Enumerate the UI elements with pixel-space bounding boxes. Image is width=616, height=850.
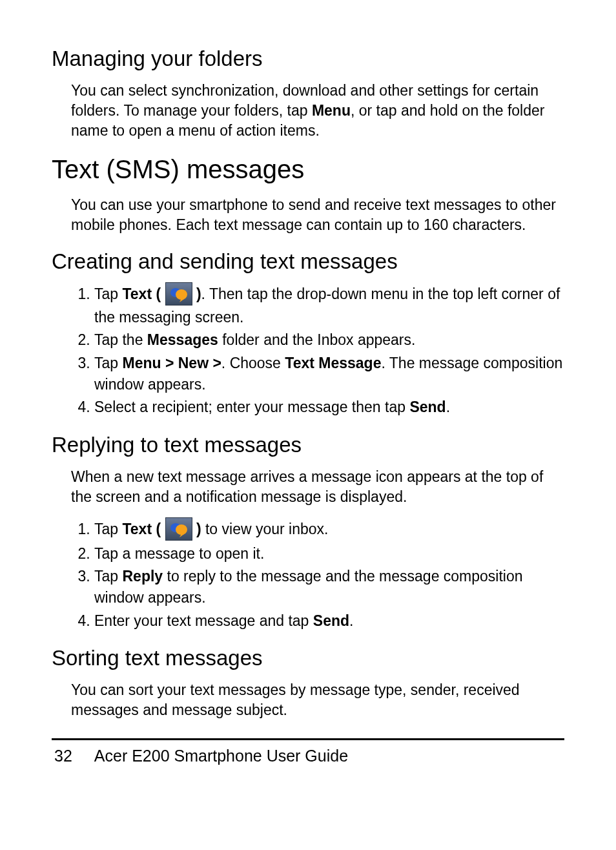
bold-menu: Menu — [312, 102, 351, 119]
footer-divider — [52, 738, 564, 740]
text: folder and the Inbox appears. — [218, 331, 416, 348]
list-item: Enter your text message and tap Send. — [94, 610, 564, 632]
bold-text: ) — [192, 285, 201, 302]
text: Tap — [94, 355, 122, 371]
bold-messages: Messages — [147, 331, 218, 348]
para-managing-folders: You can select synchronization, download… — [71, 81, 564, 141]
heading-sms-messages: Text (SMS) messages — [52, 152, 564, 186]
heading-sorting: Sorting text messages — [52, 645, 564, 672]
text: Tap — [94, 285, 122, 302]
heading-managing-folders: Managing your folders — [52, 45, 564, 73]
heading-creating-sending: Creating and sending text messages — [52, 248, 564, 276]
bold-text: Text ( — [122, 521, 165, 537]
list-item: Tap Menu > New >. Choose Text Message. T… — [94, 353, 564, 396]
text: Enter your text message and tap — [94, 612, 313, 629]
text: to view your inbox. — [201, 521, 329, 537]
svg-point-3 — [176, 524, 187, 535]
bold-send: Send — [409, 399, 446, 415]
text-app-icon — [165, 282, 192, 306]
bold-send: Send — [313, 612, 349, 629]
list-item: Tap Reply to reply to the message and th… — [94, 566, 564, 609]
text: . — [349, 612, 353, 629]
text: Tap the — [94, 331, 147, 348]
svg-point-1 — [176, 289, 187, 300]
heading-replying: Replying to text messages — [52, 431, 564, 459]
steps-creating: Tap Text ( ). Then tap the drop-down men… — [71, 284, 564, 419]
text-app-icon — [165, 517, 192, 541]
list-item: Tap the Messages folder and the Inbox ap… — [94, 329, 564, 351]
steps-replying: Tap Text ( ) to view your inbox. Tap a m… — [71, 519, 564, 632]
bold-text: Text ( — [122, 285, 165, 302]
para-sms-intro: You can use your smartphone to send and … — [71, 195, 564, 235]
footer-title: Acer E200 Smartphone User Guide — [94, 747, 348, 765]
bold-menu-new: Menu > New > — [122, 355, 221, 371]
text: . — [446, 399, 450, 415]
text: Select a recipient; enter your message t… — [94, 399, 409, 415]
para-sorting: You can sort your text messages by messa… — [71, 680, 564, 720]
text: . Choose — [221, 355, 285, 371]
list-item: Tap Text ( ) to view your inbox. — [94, 519, 564, 542]
para-replying-intro: When a new text message arrives a messag… — [71, 467, 564, 507]
text: Tap — [94, 521, 122, 537]
page-footer: 32Acer E200 Smartphone User Guide — [52, 745, 564, 767]
list-item: Select a recipient; enter your message t… — [94, 397, 564, 418]
page-number: 32 — [54, 747, 72, 765]
bold-text: ) — [192, 521, 201, 537]
text: Tap — [94, 568, 122, 585]
list-item: Tap a message to open it. — [94, 543, 564, 565]
bold-text-message: Text Message — [285, 355, 381, 371]
list-item: Tap Text ( ). Then tap the drop-down men… — [94, 284, 564, 328]
bold-reply: Reply — [122, 568, 163, 585]
